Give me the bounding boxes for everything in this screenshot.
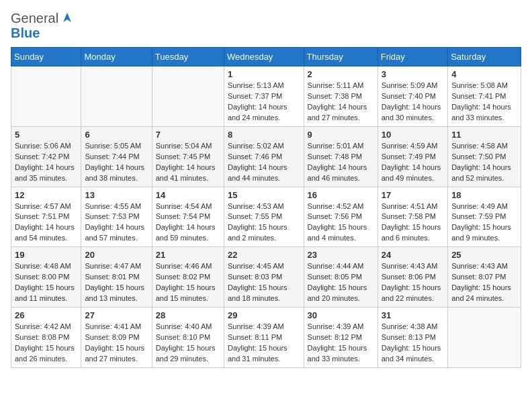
cell-sun-info: Sunrise: 4:55 AMSunset: 7:53 PMDaylight:…: [85, 201, 148, 244]
calendar-cell: 25Sunrise: 4:43 AMSunset: 8:07 PMDayligh…: [448, 247, 521, 308]
calendar-cell: 12Sunrise: 4:57 AMSunset: 7:51 PMDayligh…: [11, 187, 81, 247]
cell-sun-info: Sunrise: 4:54 AMSunset: 7:54 PMDaylight:…: [156, 201, 220, 244]
day-header-thursday: Thursday: [304, 48, 378, 66]
calendar-cell: 11Sunrise: 4:58 AMSunset: 7:50 PMDayligh…: [448, 126, 521, 187]
cell-sun-info: Sunrise: 4:43 AMSunset: 8:07 PMDaylight:…: [451, 261, 517, 304]
calendar-cell: [152, 66, 224, 127]
calendar-cell: 10Sunrise: 4:59 AMSunset: 7:49 PMDayligh…: [378, 126, 447, 187]
cell-date-number: 24: [382, 250, 444, 260]
cell-date-number: 27: [85, 310, 148, 320]
cell-date-number: 31: [382, 310, 444, 320]
cell-sun-info: Sunrise: 4:41 AMSunset: 8:09 PMDaylight:…: [85, 322, 148, 365]
cell-date-number: 18: [451, 190, 517, 200]
calendar-header-row: SundayMondayTuesdayWednesdayThursdayFrid…: [11, 48, 521, 66]
cell-sun-info: Sunrise: 4:57 AMSunset: 7:51 PMDaylight:…: [15, 201, 77, 244]
logo-general-text: General: [11, 11, 58, 26]
cell-date-number: 26: [15, 310, 77, 320]
cell-date-number: 6: [85, 130, 148, 140]
cell-sun-info: Sunrise: 4:52 AMSunset: 7:56 PMDaylight:…: [308, 201, 374, 244]
calendar-cell: 20Sunrise: 4:47 AMSunset: 8:01 PMDayligh…: [81, 247, 152, 308]
calendar-cell: 24Sunrise: 4:43 AMSunset: 8:06 PMDayligh…: [378, 247, 447, 308]
logo-arrow-icon: [60, 10, 75, 25]
cell-date-number: 10: [382, 130, 444, 140]
calendar-cell: 8Sunrise: 5:02 AMSunset: 7:46 PMDaylight…: [224, 126, 304, 187]
calendar-cell: 4Sunrise: 5:08 AMSunset: 7:41 PMDaylight…: [448, 66, 521, 127]
cell-sun-info: Sunrise: 5:06 AMSunset: 7:42 PMDaylight:…: [15, 141, 77, 184]
calendar-table: SundayMondayTuesdayWednesdayThursdayFrid…: [11, 47, 521, 368]
cell-date-number: 8: [228, 130, 300, 140]
cell-sun-info: Sunrise: 4:40 AMSunset: 8:10 PMDaylight:…: [156, 322, 220, 365]
cell-date-number: 3: [382, 69, 444, 79]
logo: General Blue: [11, 11, 75, 40]
cell-sun-info: Sunrise: 5:01 AMSunset: 7:48 PMDaylight:…: [308, 141, 374, 184]
logo-blue-text: Blue: [11, 26, 75, 40]
calendar-cell: 14Sunrise: 4:54 AMSunset: 7:54 PMDayligh…: [152, 187, 224, 247]
cell-date-number: 5: [15, 130, 77, 140]
cell-sun-info: Sunrise: 4:47 AMSunset: 8:01 PMDaylight:…: [85, 261, 148, 304]
calendar-cell: 17Sunrise: 4:51 AMSunset: 7:58 PMDayligh…: [378, 187, 447, 247]
cell-sun-info: Sunrise: 4:42 AMSunset: 8:08 PMDaylight:…: [15, 322, 77, 365]
cell-sun-info: Sunrise: 4:39 AMSunset: 8:12 PMDaylight:…: [308, 322, 374, 365]
cell-date-number: 11: [451, 130, 517, 140]
day-header-tuesday: Tuesday: [152, 48, 224, 66]
calendar-cell: 6Sunrise: 5:05 AMSunset: 7:44 PMDaylight…: [81, 126, 152, 187]
cell-sun-info: Sunrise: 4:38 AMSunset: 8:13 PMDaylight:…: [382, 322, 444, 365]
cell-date-number: 9: [308, 130, 374, 140]
cell-sun-info: Sunrise: 4:39 AMSunset: 8:11 PMDaylight:…: [228, 322, 300, 365]
cell-sun-info: Sunrise: 4:45 AMSunset: 8:03 PMDaylight:…: [228, 261, 300, 304]
cell-date-number: 20: [85, 250, 148, 260]
cell-date-number: 2: [308, 69, 374, 79]
cell-date-number: 16: [308, 190, 374, 200]
cell-sun-info: Sunrise: 4:49 AMSunset: 7:59 PMDaylight:…: [451, 201, 517, 244]
page-header: General Blue: [11, 11, 521, 40]
calendar-cell: 30Sunrise: 4:39 AMSunset: 8:12 PMDayligh…: [304, 308, 378, 368]
calendar-cell: [448, 308, 521, 368]
cell-date-number: 30: [308, 310, 374, 320]
cell-date-number: 17: [382, 190, 444, 200]
calendar-cell: 13Sunrise: 4:55 AMSunset: 7:53 PMDayligh…: [81, 187, 152, 247]
cell-sun-info: Sunrise: 4:51 AMSunset: 7:58 PMDaylight:…: [382, 201, 444, 244]
calendar-cell: 9Sunrise: 5:01 AMSunset: 7:48 PMDaylight…: [304, 126, 378, 187]
calendar-cell: [81, 66, 152, 127]
cell-date-number: 4: [451, 69, 517, 79]
day-header-sunday: Sunday: [11, 48, 81, 66]
calendar-cell: [11, 66, 81, 127]
calendar-cell: 19Sunrise: 4:48 AMSunset: 8:00 PMDayligh…: [11, 247, 81, 308]
cell-date-number: 25: [451, 250, 517, 260]
calendar-cell: 18Sunrise: 4:49 AMSunset: 7:59 PMDayligh…: [448, 187, 521, 247]
cell-sun-info: Sunrise: 4:58 AMSunset: 7:50 PMDaylight:…: [451, 141, 517, 184]
calendar-cell: 29Sunrise: 4:39 AMSunset: 8:11 PMDayligh…: [224, 308, 304, 368]
cell-sun-info: Sunrise: 4:44 AMSunset: 8:05 PMDaylight:…: [308, 261, 374, 304]
calendar-cell: 21Sunrise: 4:46 AMSunset: 8:02 PMDayligh…: [152, 247, 224, 308]
cell-date-number: 13: [85, 190, 148, 200]
cell-sun-info: Sunrise: 5:04 AMSunset: 7:45 PMDaylight:…: [156, 141, 220, 184]
cell-date-number: 22: [228, 250, 300, 260]
day-header-monday: Monday: [81, 48, 152, 66]
cell-date-number: 29: [228, 310, 300, 320]
cell-sun-info: Sunrise: 5:11 AMSunset: 7:38 PMDaylight:…: [308, 81, 374, 124]
calendar-cell: 31Sunrise: 4:38 AMSunset: 8:13 PMDayligh…: [378, 308, 447, 368]
calendar-week-row: 26Sunrise: 4:42 AMSunset: 8:08 PMDayligh…: [11, 308, 521, 368]
calendar-week-row: 1Sunrise: 5:13 AMSunset: 7:37 PMDaylight…: [11, 66, 521, 127]
day-header-saturday: Saturday: [448, 48, 521, 66]
calendar-cell: 23Sunrise: 4:44 AMSunset: 8:05 PMDayligh…: [304, 247, 378, 308]
cell-sun-info: Sunrise: 4:48 AMSunset: 8:00 PMDaylight:…: [15, 261, 77, 304]
calendar-cell: 5Sunrise: 5:06 AMSunset: 7:42 PMDaylight…: [11, 126, 81, 187]
cell-sun-info: Sunrise: 5:09 AMSunset: 7:40 PMDaylight:…: [382, 81, 444, 124]
cell-date-number: 21: [156, 250, 220, 260]
calendar-cell: 15Sunrise: 4:53 AMSunset: 7:55 PMDayligh…: [224, 187, 304, 247]
calendar-cell: 3Sunrise: 5:09 AMSunset: 7:40 PMDaylight…: [378, 66, 447, 127]
calendar-week-row: 12Sunrise: 4:57 AMSunset: 7:51 PMDayligh…: [11, 187, 521, 247]
calendar-cell: 28Sunrise: 4:40 AMSunset: 8:10 PMDayligh…: [152, 308, 224, 368]
cell-sun-info: Sunrise: 5:08 AMSunset: 7:41 PMDaylight:…: [451, 81, 517, 124]
cell-sun-info: Sunrise: 4:53 AMSunset: 7:55 PMDaylight:…: [228, 201, 300, 244]
cell-sun-info: Sunrise: 5:13 AMSunset: 7:37 PMDaylight:…: [228, 81, 300, 124]
day-header-friday: Friday: [378, 48, 447, 66]
cell-sun-info: Sunrise: 4:43 AMSunset: 8:06 PMDaylight:…: [382, 261, 444, 304]
day-header-wednesday: Wednesday: [224, 48, 304, 66]
cell-sun-info: Sunrise: 5:05 AMSunset: 7:44 PMDaylight:…: [85, 141, 148, 184]
calendar-cell: 7Sunrise: 5:04 AMSunset: 7:45 PMDaylight…: [152, 126, 224, 187]
cell-date-number: 23: [308, 250, 374, 260]
cell-sun-info: Sunrise: 4:46 AMSunset: 8:02 PMDaylight:…: [156, 261, 220, 304]
cell-date-number: 19: [15, 250, 77, 260]
